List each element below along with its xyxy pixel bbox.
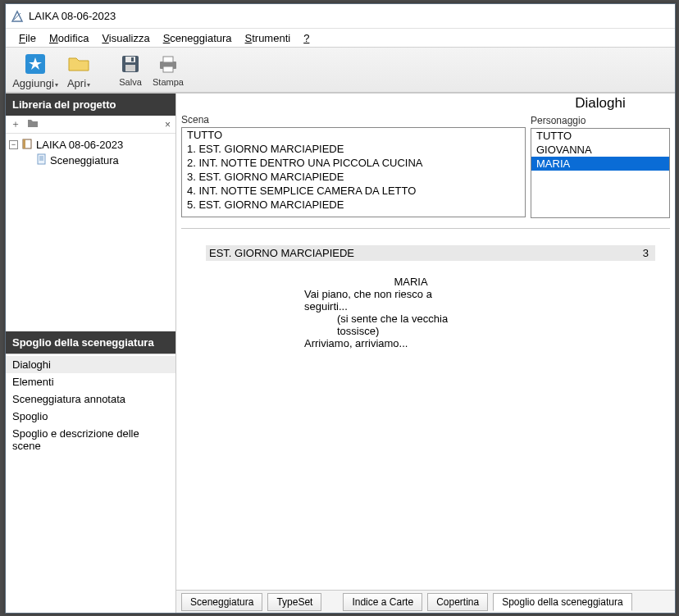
scena-label: Scena bbox=[181, 112, 526, 127]
left-column: Libreria del progetto ＋ × − LAI bbox=[6, 94, 176, 613]
print-icon bbox=[157, 52, 180, 75]
menubar: File Modifica Visualizza Sceneggiatura S… bbox=[6, 29, 675, 47]
menu-visualizza[interactable]: Visualizza bbox=[95, 30, 156, 46]
collapse-icon[interactable]: − bbox=[9, 140, 18, 149]
scena-column: Scena TUTTO 1. EST. GIORNO MARCIAPIEDE 2… bbox=[181, 94, 526, 218]
list-item[interactable]: 4. INT. NOTTE SEMPLICE CAMERA DA LETTO bbox=[182, 184, 525, 198]
list-item[interactable]: MARIA bbox=[531, 157, 669, 171]
tab-typeset[interactable]: TypeSet bbox=[267, 593, 321, 611]
spoglio-item[interactable]: Spoglio bbox=[6, 408, 175, 425]
list-item[interactable]: 5. EST. GIORNO MARCIAPIEDE bbox=[182, 198, 525, 212]
dialogue-line: Vai piano, che non riesco a bbox=[304, 288, 550, 300]
page-icon bbox=[35, 153, 47, 167]
personaggio-column: Dialoghi Personaggio TUTTO GIOVANNA MARI… bbox=[531, 94, 670, 218]
spoglio-item[interactable]: Elementi bbox=[6, 373, 175, 390]
menu-strumenti[interactable]: Strumenti bbox=[239, 30, 298, 46]
tree-root[interactable]: − LAIKA 08-06-2023 bbox=[7, 137, 174, 153]
toolbar: Aggiungi▾ Apri▾ Salva Stampa bbox=[6, 47, 675, 93]
project-tree: − LAIKA 08-06-2023 Sceneggiatura bbox=[6, 134, 175, 331]
parenthetical: tossisce) bbox=[337, 325, 550, 337]
tab-spoglio[interactable]: Spoglio della sceneggiatura bbox=[493, 593, 631, 611]
salva-button[interactable]: Salva bbox=[112, 51, 149, 89]
spoglio-item[interactable]: Spoglio e descrizione delle scene bbox=[6, 425, 175, 454]
app-window: LAIKA 08-06-2023 File Modifica Visualizz… bbox=[5, 3, 676, 614]
list-item[interactable]: GIOVANNA bbox=[531, 143, 669, 157]
folder-mini-icon[interactable] bbox=[27, 118, 39, 130]
svg-rect-9 bbox=[23, 139, 25, 148]
close-panel-icon[interactable]: × bbox=[165, 119, 171, 130]
salva-label: Salva bbox=[119, 77, 142, 87]
library-tools: ＋ × bbox=[6, 116, 175, 134]
apri-button[interactable]: Apri▾ bbox=[60, 51, 98, 91]
main-area: Scena TUTTO 1. EST. GIORNO MARCIAPIEDE 2… bbox=[176, 94, 675, 613]
add-icon[interactable]: ＋ bbox=[11, 117, 21, 131]
window-title: LAIKA 08-06-2023 bbox=[29, 10, 116, 22]
folder-icon bbox=[67, 52, 90, 75]
tree-child[interactable]: Sceneggiatura bbox=[7, 153, 174, 168]
save-icon bbox=[119, 52, 142, 75]
tab-copertina[interactable]: Copertina bbox=[427, 593, 488, 611]
bottom-tabs: Sceneggiatura TypeSet Indice a Carte Cop… bbox=[176, 590, 675, 613]
dialogue-line: seguirti... bbox=[304, 300, 550, 313]
dialogue-line: Arriviamo, arriviamo... bbox=[304, 337, 550, 349]
list-item[interactable]: 2. INT. NOTTE DENTRO UNA PICCOLA CUCINA bbox=[182, 156, 525, 170]
apri-label: Apri bbox=[67, 77, 86, 89]
svg-rect-6 bbox=[163, 57, 173, 62]
list-item[interactable]: 3. EST. GIORNO MARCIAPIEDE bbox=[182, 170, 525, 184]
menu-modifica[interactable]: Modifica bbox=[43, 30, 95, 46]
menu-help[interactable]: ? bbox=[297, 30, 316, 46]
personaggio-label: Personaggio bbox=[531, 113, 670, 128]
app-icon bbox=[11, 10, 24, 23]
titlebar: LAIKA 08-06-2023 bbox=[6, 4, 675, 29]
svg-rect-4 bbox=[131, 57, 134, 62]
svg-rect-7 bbox=[163, 66, 173, 72]
script-view[interactable]: EST. GIORNO MARCIAPIEDE 3 MARIA Vai pian… bbox=[181, 228, 670, 585]
dialoghi-title: Dialoghi bbox=[531, 94, 670, 113]
menu-file[interactable]: File bbox=[12, 30, 43, 46]
stampa-button[interactable]: Stampa bbox=[149, 51, 187, 89]
scene-heading: EST. GIORNO MARCIAPIEDE 3 bbox=[206, 245, 655, 261]
spoglio-list: Dialoghi Elementi Sceneggiatura annotata… bbox=[6, 354, 175, 613]
top-lists: Scena TUTTO 1. EST. GIORNO MARCIAPIEDE 2… bbox=[176, 94, 675, 223]
svg-rect-2 bbox=[125, 57, 135, 62]
spoglio-item[interactable]: Sceneggiatura annotata bbox=[6, 390, 175, 408]
tab-sceneggiatura[interactable]: Sceneggiatura bbox=[181, 593, 262, 611]
aggiungi-label: Aggiungi bbox=[12, 77, 54, 89]
character-name: MARIA bbox=[304, 276, 517, 288]
list-item[interactable]: TUTTO bbox=[182, 128, 525, 142]
dropdown-icon: ▾ bbox=[55, 81, 58, 89]
tree-root-label: LAIKA 08-06-2023 bbox=[36, 139, 123, 151]
star-icon bbox=[24, 52, 47, 75]
dropdown-icon: ▾ bbox=[87, 81, 90, 89]
body-area: Libreria del progetto ＋ × − LAI bbox=[6, 93, 675, 613]
library-header: Libreria del progetto bbox=[6, 94, 175, 116]
parenthetical: (si sente che la vecchia bbox=[337, 313, 550, 325]
menu-sceneggiatura[interactable]: Sceneggiatura bbox=[157, 30, 239, 46]
scena-listbox[interactable]: TUTTO 1. EST. GIORNO MARCIAPIEDE 2. INT.… bbox=[181, 127, 526, 217]
scene-heading-text: EST. GIORNO MARCIAPIEDE bbox=[209, 247, 354, 259]
svg-rect-10 bbox=[38, 154, 45, 164]
list-item[interactable]: 1. EST. GIORNO MARCIAPIEDE bbox=[182, 142, 525, 156]
svg-rect-3 bbox=[125, 65, 135, 71]
spoglio-item[interactable]: Dialoghi bbox=[6, 356, 175, 373]
tree-child-label: Sceneggiatura bbox=[50, 154, 119, 167]
book-icon bbox=[21, 138, 33, 152]
scene-number: 3 bbox=[643, 247, 652, 259]
list-item[interactable]: TUTTO bbox=[531, 129, 669, 143]
personaggio-listbox[interactable]: TUTTO GIOVANNA MARIA bbox=[531, 128, 670, 218]
tab-indice[interactable]: Indice a Carte bbox=[343, 593, 422, 611]
stampa-label: Stampa bbox=[153, 77, 184, 87]
aggiungi-button[interactable]: Aggiungi▾ bbox=[11, 51, 60, 91]
spoglio-header: Spoglio della sceneggiatura bbox=[6, 331, 175, 354]
